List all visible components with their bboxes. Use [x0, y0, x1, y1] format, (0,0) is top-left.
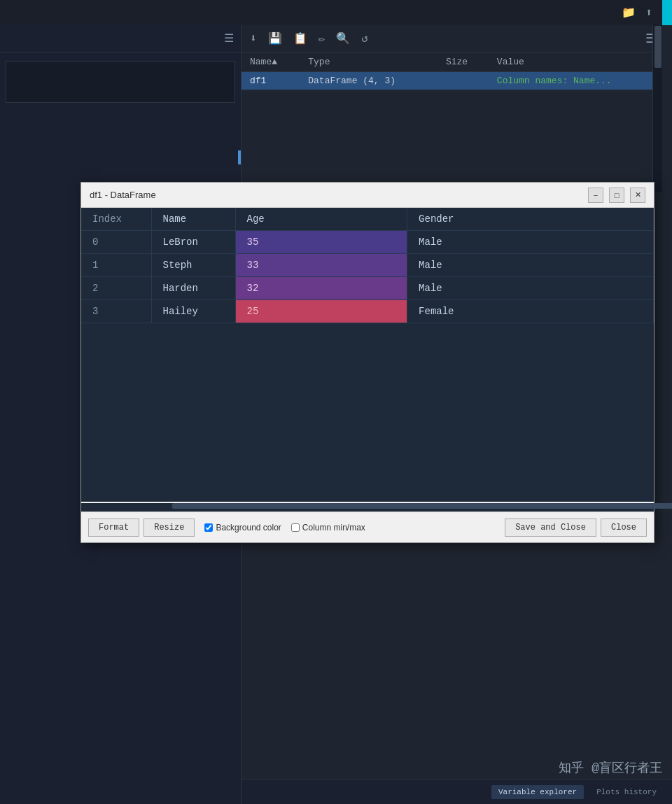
- save-close-button[interactable]: Save and Close: [505, 519, 596, 537]
- bg-color-label: Background color: [216, 523, 281, 533]
- cell-age-2: 32: [235, 277, 407, 300]
- save-icon[interactable]: 💾: [265, 29, 285, 48]
- variable-table: Name▲ Type Size Value df1 DataFrame (4, …: [241, 52, 662, 90]
- dialog-title: df1 - DataFrame: [90, 190, 156, 200]
- ve-table-area: Name▲ Type Size Value df1 DataFrame (4, …: [241, 52, 662, 90]
- bg-color-group: Background color: [204, 523, 281, 533]
- df-col-gender: Gender: [407, 208, 654, 231]
- dialog-controls: − □ ✕: [588, 188, 645, 203]
- pen-icon[interactable]: ✏: [316, 29, 328, 48]
- cell-age-1: 33: [235, 254, 407, 277]
- format-button[interactable]: Format: [88, 519, 139, 537]
- df-col-index: Index: [81, 208, 151, 231]
- row-size: [438, 72, 489, 90]
- edit-save-icon[interactable]: 📋: [290, 29, 310, 48]
- refresh-icon[interactable]: ↺: [358, 29, 371, 48]
- cell-age-3: 25: [235, 300, 407, 323]
- cell-index-3: 3: [81, 300, 151, 323]
- df-table: Index Name Age Gender 0 LeBron 35 Male 1…: [81, 208, 654, 323]
- ve-toolbar: ⬇ 💾 📋 ✏ 🔍 ↺ ☰: [241, 24, 662, 52]
- close-dialog-button[interactable]: ✕: [630, 188, 645, 203]
- row-value: Column names: Name...: [489, 72, 662, 90]
- table-row[interactable]: df1 DataFrame (4, 3) Column names: Name.…: [241, 72, 662, 90]
- scrollbar-thumb: [654, 26, 662, 68]
- watermark: 知乎 @盲区行者王: [559, 759, 662, 776]
- cell-index-0: 0: [81, 231, 151, 254]
- dataframe-dialog: df1 - DataFrame − □ ✕ Index Name Age Gen…: [80, 182, 654, 543]
- cell-gender-2: Male: [407, 277, 654, 300]
- df-scrollbar-horizontal[interactable]: [81, 503, 654, 512]
- resize-button[interactable]: Resize: [144, 519, 195, 537]
- table-row[interactable]: 0 LeBron 35 Male: [81, 231, 654, 254]
- cell-gender-0: Male: [407, 231, 654, 254]
- cell-gender-1: Male: [407, 254, 654, 277]
- col-minmax-checkbox[interactable]: [291, 523, 300, 532]
- cell-name-3: Hailey: [151, 300, 235, 323]
- df-col-name: Name: [151, 208, 235, 231]
- col-minmax-label: Column min/max: [302, 523, 365, 533]
- dialog-bottom: Format Resize Background color Column mi…: [81, 512, 654, 542]
- sidebar-menu-icon[interactable]: ☰: [224, 31, 234, 45]
- folder-icon[interactable]: 📁: [622, 6, 636, 20]
- download-icon[interactable]: ⬇: [247, 29, 260, 48]
- search-icon[interactable]: 🔍: [333, 29, 353, 48]
- dialog-titlebar: df1 - DataFrame − □ ✕: [81, 183, 654, 208]
- table-row[interactable]: 1 Steph 33 Male: [81, 254, 654, 277]
- col-header-value: Value: [489, 52, 662, 72]
- upload-icon[interactable]: ⬆: [645, 6, 652, 20]
- df-scrollbar-thumb: [172, 503, 672, 509]
- top-bar: 📁 ⬆: [0, 0, 672, 24]
- col-header-size: Size: [438, 52, 489, 72]
- table-row[interactable]: 3 Hailey 25 Female: [81, 300, 654, 323]
- bg-color-checkbox[interactable]: [204, 523, 213, 532]
- cell-name-1: Steph: [151, 254, 235, 277]
- top-bar-icons: 📁 ⬆: [622, 6, 652, 20]
- cell-gender-3: Female: [407, 300, 654, 323]
- df-table-area: Index Name Age Gender 0 LeBron 35 Male 1…: [81, 208, 654, 502]
- sidebar-input: [6, 61, 235, 103]
- ve-toolbar-left: ⬇ 💾 📋 ✏ 🔍 ↺: [247, 29, 638, 48]
- close-button[interactable]: Close: [601, 519, 647, 537]
- sidebar-accent-line: [238, 150, 241, 164]
- col-header-type: Type: [300, 52, 438, 72]
- cell-age-0: 35: [235, 231, 407, 254]
- table-row[interactable]: 2 Harden 32 Male: [81, 277, 654, 300]
- row-type: DataFrame (4, 3): [300, 72, 438, 90]
- top-accent: [662, 0, 672, 25]
- cell-name-2: Harden: [151, 277, 235, 300]
- cell-index-2: 2: [81, 277, 151, 300]
- df-col-age: Age: [235, 208, 407, 231]
- variable-explorer-area: ⬇ 💾 📋 ✏ 🔍 ↺ ☰ Name▲ Type Size Value df1: [241, 24, 662, 192]
- sidebar-content: [0, 52, 241, 111]
- maximize-button[interactable]: □: [609, 188, 624, 203]
- right-scrollbar[interactable]: [652, 24, 662, 192]
- cell-index-1: 1: [81, 254, 151, 277]
- bottom-status-bar: Variable explorer Plots history: [241, 779, 672, 804]
- minimize-button[interactable]: −: [588, 188, 603, 203]
- variable-explorer-tab[interactable]: Variable explorer: [491, 785, 584, 799]
- cell-name-0: LeBron: [151, 231, 235, 254]
- row-name: df1: [241, 72, 300, 90]
- col-minmax-group: Column min/max: [291, 523, 365, 533]
- col-header-name: Name▲: [241, 52, 300, 72]
- plots-history-tab[interactable]: Plots history: [589, 785, 664, 799]
- sidebar-header: ☰: [0, 24, 241, 52]
